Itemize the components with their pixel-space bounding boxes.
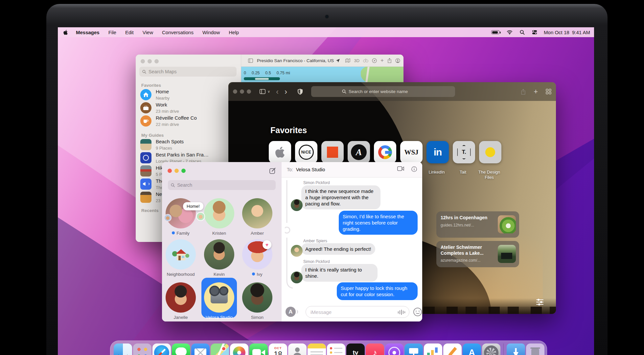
maps-search-field[interactable]: [139, 67, 237, 77]
tab-overview-icon[interactable]: [546, 89, 551, 94]
favorite-nice[interactable]: NiCE: [295, 141, 317, 163]
link-preview-card[interactable]: Atelier Schwimmer Completes a Lake... az…: [436, 241, 519, 267]
favorite-tait[interactable]: T.: [453, 141, 475, 163]
chevron-down-icon[interactable]: ∨: [267, 89, 270, 94]
wifi-icon[interactable]: [507, 30, 513, 35]
dock-reminders-icon[interactable]: [327, 343, 345, 355]
sidebar-toggle-icon[interactable]: [248, 59, 253, 63]
dock-messages-icon[interactable]: [172, 343, 190, 355]
menu-item-file[interactable]: File: [108, 30, 116, 35]
emoji-icon[interactable]: [413, 308, 422, 316]
menu-item-help[interactable]: Help: [229, 30, 239, 35]
spotlight-search-icon[interactable]: [520, 30, 525, 35]
apple-menu-icon[interactable]: [63, 30, 68, 35]
minimize-button[interactable]: [240, 89, 244, 94]
favorite-linkedin[interactable]: in: [426, 141, 449, 163]
app-store-apps-icon[interactable]: A: [286, 307, 296, 317]
maps-favorite-work[interactable]: Work23 min drive: [140, 101, 236, 114]
back-button[interactable]: ‹: [276, 87, 279, 96]
account-icon[interactable]: [395, 58, 400, 63]
contact-velosa-studio[interactable]: Velosa Studio: [200, 282, 238, 320]
binoculars-icon[interactable]: [363, 59, 368, 62]
maps-search-input[interactable]: [149, 69, 234, 74]
new-tab-button[interactable]: +: [534, 87, 538, 96]
share-icon[interactable]: [387, 58, 392, 63]
location-arrow-icon[interactable]: [336, 59, 340, 63]
facetime-video-icon[interactable]: [397, 166, 404, 173]
contact-simon[interactable]: Simon: [238, 282, 276, 320]
forward-button[interactable]: ›: [285, 87, 287, 96]
dock-contacts-icon[interactable]: [288, 343, 307, 355]
battery-icon[interactable]: [491, 30, 499, 34]
close-button[interactable]: [233, 89, 237, 94]
zoom-button[interactable]: [181, 169, 186, 173]
dock-keynote-icon[interactable]: [404, 343, 423, 355]
privacy-shield-icon[interactable]: [298, 89, 303, 95]
dock-pages-icon[interactable]: [443, 343, 462, 355]
minimize-button[interactable]: [148, 59, 152, 63]
add-icon[interactable]: +: [380, 57, 384, 64]
contact-janelle[interactable]: Janelle: [162, 282, 200, 320]
dock-launchpad-icon[interactable]: [133, 343, 151, 355]
dock-music-icon[interactable]: ♪: [366, 343, 384, 355]
dock-app-store-icon[interactable]: A: [463, 343, 481, 355]
dock-notes-icon[interactable]: [308, 343, 326, 355]
maps-favorite-home[interactable]: HomeNearby: [140, 88, 236, 101]
favorite-orange-square[interactable]: [321, 141, 344, 163]
dock-maps-icon[interactable]: [211, 343, 229, 355]
contact-kevin[interactable]: Kevin: [200, 239, 238, 277]
menu-item-view[interactable]: View: [143, 30, 153, 35]
dock-numbers-icon[interactable]: [424, 343, 442, 355]
sender-label: Simon Pickford: [303, 259, 330, 264]
dock-photos-icon[interactable]: [230, 343, 248, 355]
contact-kristen[interactable]: Kristen: [200, 198, 238, 236]
compass-direction-icon[interactable]: [372, 58, 377, 63]
link-preview-card[interactable]: 12hrs in Copenhagen guides.12hrs.net/...: [436, 211, 519, 238]
dock-safari-icon[interactable]: [152, 343, 171, 355]
menu-item-conversations[interactable]: Conversations: [162, 30, 194, 35]
dock-system-preferences-icon[interactable]: [482, 343, 500, 355]
dock-mail-icon[interactable]: [191, 343, 210, 355]
dock-calendar-icon[interactable]: OCT 18: [269, 343, 287, 355]
close-button[interactable]: [141, 59, 145, 63]
imessage-field[interactable]: [306, 306, 409, 318]
3d-view-button[interactable]: 3D: [354, 58, 359, 63]
dock-podcasts-icon[interactable]: [385, 343, 403, 355]
maps-favorite-coffee[interactable]: Réveille Coffee Co22 min drive: [140, 114, 236, 128]
menu-item-edit[interactable]: Edit: [125, 30, 134, 35]
dock-trash-icon[interactable]: [526, 343, 544, 355]
info-icon[interactable]: [411, 166, 417, 173]
maps-guide-item[interactable]: Beach Spots9 Places: [140, 138, 236, 151]
tait-logo: T.: [457, 145, 471, 159]
close-button[interactable]: [168, 169, 172, 173]
messages-search-field[interactable]: [168, 180, 276, 190]
messages-search-input[interactable]: [177, 182, 273, 188]
minimize-button[interactable]: [174, 169, 179, 173]
map-view-icon[interactable]: [345, 58, 350, 63]
compose-icon[interactable]: [269, 168, 276, 175]
favorite-google[interactable]: [374, 141, 396, 163]
menu-clock[interactable]: Mon Oct 18 9:41 AM: [544, 30, 590, 35]
contact-amber[interactable]: Amber: [238, 198, 276, 236]
menu-item-messages[interactable]: Messages: [76, 30, 100, 35]
sidebar-toggle-icon[interactable]: [260, 89, 265, 94]
favorite-wsj[interactable]: WSJ: [400, 141, 423, 163]
zoom-button[interactable]: [154, 59, 159, 63]
control-center-icon[interactable]: [532, 30, 537, 35]
zoom-button[interactable]: [247, 89, 251, 94]
address-input[interactable]: [349, 89, 424, 94]
imessage-input[interactable]: [310, 309, 397, 315]
menu-item-window[interactable]: Window: [202, 30, 220, 35]
share-icon[interactable]: [521, 89, 526, 95]
favorite-a-circle[interactable]: A: [348, 141, 370, 163]
filters-sliders-icon[interactable]: [536, 298, 544, 307]
dock-finder-icon[interactable]: [114, 343, 132, 355]
address-bar[interactable]: [311, 86, 455, 97]
contact-neighborhood[interactable]: Neighborhood: [162, 239, 200, 277]
audio-waveform-icon[interactable]: [398, 310, 405, 315]
favorite-apple[interactable]: [269, 141, 291, 163]
favorite-design-files[interactable]: [479, 141, 501, 163]
dock-downloads-icon[interactable]: [507, 343, 525, 355]
dock-facetime-icon[interactable]: [249, 343, 268, 355]
dock-tv-icon[interactable]: tv: [346, 343, 365, 355]
